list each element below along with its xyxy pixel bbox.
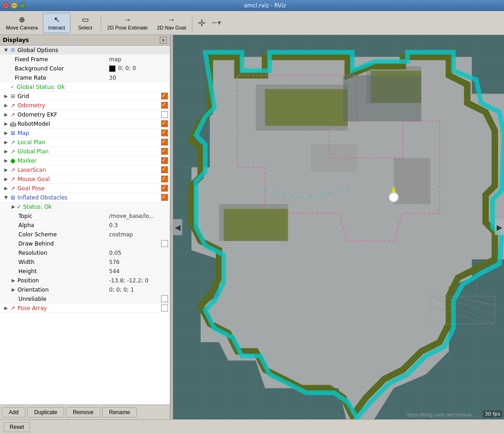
odometry-ekf-expand[interactable]: ▶ <box>3 112 9 117</box>
nav-left-button[interactable]: ◀ <box>173 219 182 235</box>
frame-rate-row[interactable]: Frame Rate 30 <box>0 73 170 82</box>
odometry-row[interactable]: ▶ ↗ Odometry <box>0 101 170 110</box>
map-expand[interactable]: ▶ <box>3 130 9 135</box>
inflated-obstacles-label: Inflated Obstacles <box>17 194 160 201</box>
inflated-status-label: Status: Ok <box>22 204 169 210</box>
svg-rect-6 <box>394 158 430 204</box>
mouse-goal-row[interactable]: ▶ ↗ Mouse Goal <box>0 175 170 184</box>
local-plan-checkbox[interactable] <box>161 139 168 146</box>
marker-checkbox[interactable] <box>161 157 168 164</box>
marker-row[interactable]: ▶ ● Marker <box>0 156 170 165</box>
local-plan-expand[interactable]: ▶ <box>3 140 9 145</box>
inflated-position-expand[interactable]: ▶ <box>10 278 17 283</box>
grid-checkbox[interactable] <box>161 93 168 100</box>
local-plan-row[interactable]: ▶ ↗ Local Plan <box>0 138 170 147</box>
inflated-obstacles-expand[interactable]: ▼ <box>3 195 9 200</box>
inflated-draw-behind-row[interactable]: Draw Behind <box>0 239 170 248</box>
laser-scan-icon: ↗ <box>9 167 17 173</box>
marker-expand[interactable]: ▶ <box>3 158 9 163</box>
reset-button[interactable]: Reset <box>4 422 30 432</box>
goal-pose-row[interactable]: ▶ ↗ Goal Pose <box>0 184 170 193</box>
laser-scan-expand[interactable]: ▶ <box>3 167 9 172</box>
goal-pose-checkbox[interactable] <box>161 185 168 192</box>
nav-right-button[interactable]: ▶ <box>495 219 504 235</box>
inflated-obstacles-row[interactable]: ▼ ⊞ Inflated Obstacles <box>0 193 170 202</box>
move-camera-button[interactable]: ⊕ Move Camera <box>2 13 42 33</box>
map-visualization <box>173 35 504 419</box>
nav-goal-label: 2D Nav Goal <box>157 25 186 30</box>
odometry-checkbox[interactable] <box>161 102 168 109</box>
minimize-button[interactable]: ─ <box>11 2 17 9</box>
inflated-unreliable-row[interactable]: Unreliable <box>0 294 170 304</box>
inflated-topic-row[interactable]: Topic /move_base/lo... <box>0 211 170 221</box>
global-status-row[interactable]: ✓ Global Status: Ok <box>0 82 170 92</box>
inflated-orientation-expand[interactable]: ▶ <box>10 287 17 292</box>
inflated-orientation-row[interactable]: ▶ Orientation 0; 0; 0; 1 <box>0 285 170 294</box>
laser-scan-checkbox[interactable] <box>161 166 168 173</box>
robot-model-expand[interactable]: ▶ <box>3 121 9 126</box>
inflated-unreliable-checkbox[interactable] <box>161 295 168 302</box>
window-title: amcl.rviz - RViz <box>29 2 501 9</box>
maximize-button[interactable]: □ <box>19 2 26 9</box>
add-button[interactable]: Add <box>2 407 25 417</box>
goal-pose-label: Goal Pose <box>17 185 160 192</box>
inflated-obstacles-checkbox[interactable] <box>161 194 168 201</box>
inflated-position-row[interactable]: ▶ Position -13.8; -12.2; 0 <box>0 276 170 285</box>
display-tree[interactable]: ▼ ⚙ Global Options Fixed Frame map Backg… <box>0 46 170 405</box>
inflated-status-expand[interactable]: ▶ <box>10 204 17 209</box>
robot-model-row[interactable]: ▶ 🤖 RobotModel <box>0 119 170 129</box>
inflated-alpha-row[interactable]: Alpha 0.3 <box>0 221 170 230</box>
mouse-goal-expand[interactable]: ▶ <box>3 176 9 182</box>
inflated-obstacles-icon: ⊞ <box>9 194 17 201</box>
pose-estimate-button[interactable]: → 2D Pose Estimate <box>103 13 152 33</box>
fixed-frame-row[interactable]: Fixed Frame map <box>0 55 170 64</box>
inflated-width-row[interactable]: Width 576 <box>0 258 170 267</box>
grid-icon: ⊞ <box>9 93 17 100</box>
map-row[interactable]: ▶ ⊞ Map <box>0 129 170 138</box>
move-camera-icon: ⊕ <box>19 15 25 24</box>
goal-pose-expand[interactable]: ▶ <box>3 186 9 191</box>
inflated-height-row[interactable]: Height 544 <box>0 267 170 276</box>
pose-array-row[interactable]: ▶ ↗ Pose Array <box>0 304 170 313</box>
global-options-row[interactable]: ▼ ⚙ Global Options <box>0 46 170 55</box>
map-checkbox[interactable] <box>161 129 168 136</box>
nav-goal-button[interactable]: → 2D Nav Goal <box>153 13 190 33</box>
grid-expand[interactable]: ▶ <box>3 94 9 99</box>
pose-array-icon: ↗ <box>9 305 17 311</box>
select-button[interactable]: ▭ Select <box>71 13 99 33</box>
viewport[interactable]: ◀ ▶ 30 fps https://blog.csdn.net/zhenak.… <box>173 35 504 419</box>
remove-button[interactable]: Remove <box>66 407 100 417</box>
global-plan-row[interactable]: ▶ ↗ Global Plan <box>0 147 170 156</box>
global-options-expand[interactable]: ▼ <box>3 47 9 53</box>
titlebar-buttons: × ─ □ <box>3 2 26 9</box>
pose-array-checkbox[interactable] <box>161 305 168 311</box>
crosshair-button[interactable]: ✛ <box>194 16 209 30</box>
rename-button[interactable]: Rename <box>102 407 137 417</box>
background-color-row[interactable]: Background Color 0; 0; 0 <box>0 64 170 73</box>
grid-label: Grid <box>17 93 160 100</box>
duplicate-button[interactable]: Duplicate <box>27 407 64 417</box>
odometry-expand[interactable]: ▶ <box>3 103 9 108</box>
interact-button[interactable]: ↖ Interact <box>43 13 70 33</box>
odometry-ekf-row[interactable]: ▶ ↗ Odometry EKF <box>0 110 170 119</box>
close-button[interactable]: × <box>3 2 9 9</box>
global-plan-checkbox[interactable] <box>161 148 168 155</box>
global-plan-expand[interactable]: ▶ <box>3 149 9 154</box>
panel-close-button[interactable]: × <box>160 36 167 44</box>
inflated-width-label: Width <box>17 259 109 265</box>
robot-model-checkbox[interactable] <box>161 120 168 127</box>
minus-button[interactable]: ─ ▼ <box>210 17 223 29</box>
inflated-color-scheme-row[interactable]: Color Scheme costmap <box>0 230 170 239</box>
global-status-expand[interactable]: ✓ <box>9 84 16 89</box>
mouse-goal-checkbox[interactable] <box>161 176 168 182</box>
inflated-status-row[interactable]: ▶ ✓ Status: Ok <box>0 202 170 211</box>
odometry-ekf-checkbox[interactable] <box>161 111 168 118</box>
inflated-draw-behind-checkbox[interactable] <box>161 240 168 247</box>
inflated-draw-behind-label: Draw Behind <box>17 240 160 247</box>
global-plan-icon: ↗ <box>9 148 17 155</box>
inflated-orientation-value: 0; 0; 0; 1 <box>109 287 169 293</box>
pose-array-expand[interactable]: ▶ <box>3 305 9 311</box>
laser-scan-row[interactable]: ▶ ↗ LaserScan <box>0 165 170 175</box>
inflated-resolution-row[interactable]: Resolution 0.05 <box>0 248 170 258</box>
grid-row[interactable]: ▶ ⊞ Grid <box>0 92 170 101</box>
